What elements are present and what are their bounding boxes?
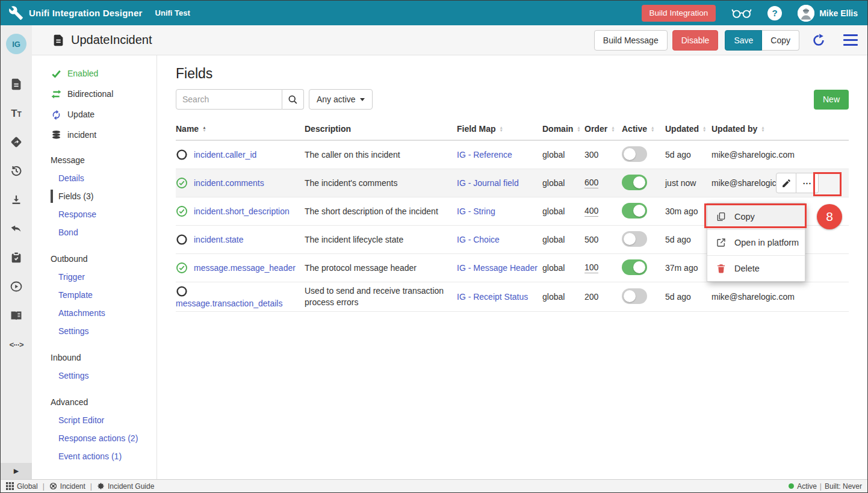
docs-icon[interactable] [9, 308, 23, 323]
field-name-link[interactable]: message.transaction_details [176, 299, 282, 308]
user-name[interactable]: Mike Ellis [819, 8, 858, 18]
field-map-link[interactable]: IG - Journal field [457, 178, 519, 188]
nav-item-fields-3-[interactable]: Fields (3) [32, 187, 157, 205]
field-map-link[interactable]: IG - String [457, 206, 495, 216]
inactive-state-icon [176, 149, 188, 161]
active-filter-dropdown[interactable]: Any active [309, 89, 373, 110]
column-header-active[interactable]: Active▲▼ [622, 124, 665, 134]
nav-item-response-actions-2-[interactable]: Response actions (2) [32, 429, 157, 447]
sort-icon: ▲▼ [500, 126, 503, 132]
column-header-domain[interactable]: Domain▲▼ [542, 124, 584, 134]
help-icon[interactable]: ? [767, 6, 782, 20]
search-input[interactable] [176, 89, 282, 110]
nav-item-script-editor[interactable]: Script Editor [32, 411, 157, 429]
column-label: Field Map [457, 124, 496, 134]
wrench-icon [8, 5, 23, 20]
build-message-button[interactable]: Build Message [594, 30, 668, 51]
section-title: Fields [176, 66, 849, 82]
field-domain: global [542, 292, 584, 302]
refresh-icon[interactable] [811, 33, 826, 48]
file-icon[interactable] [9, 77, 23, 91]
nav-item-details[interactable]: Details [32, 169, 157, 187]
disable-button[interactable]: Disable [672, 30, 719, 51]
name-cell: message.transaction_details [176, 285, 305, 308]
column-label: Domain [542, 124, 573, 134]
save-button[interactable]: Save [725, 30, 762, 51]
field-order[interactable]: 100 [584, 262, 598, 273]
sort-icon: ▲▼ [761, 126, 764, 132]
field-order[interactable]: 600 [584, 178, 598, 188]
nav-item-settings[interactable]: Settings [32, 367, 157, 385]
nav-item-response[interactable]: Response [32, 205, 157, 223]
history-icon[interactable] [9, 164, 23, 178]
scope-item-incident[interactable]: Incident [49, 482, 85, 491]
new-field-button[interactable]: New [814, 90, 849, 110]
field-order[interactable]: 400 [584, 206, 598, 217]
app-title: Unifi Integration Designer [29, 8, 143, 18]
toggle-knob [633, 205, 645, 217]
play-icon[interactable] [9, 279, 23, 294]
menu-icon[interactable] [843, 34, 858, 46]
menu-item-label: Open in platform [734, 238, 799, 247]
sidebar-expand-button[interactable]: ▶ [1, 463, 32, 479]
user-avatar[interactable] [798, 5, 814, 22]
nav-item-settings[interactable]: Settings [32, 322, 157, 340]
active-toggle[interactable] [622, 175, 647, 190]
code-icon[interactable]: <···> [9, 337, 23, 352]
menu-item-delete[interactable]: Delete [707, 255, 805, 281]
column-header-updated[interactable]: Updated▲▼ [665, 124, 711, 134]
active-toggle[interactable] [622, 146, 647, 162]
scope-item-incident-guide[interactable]: Incident Guide [97, 482, 154, 491]
field-description: The protocol message header [305, 262, 457, 274]
send-icon[interactable] [9, 135, 23, 149]
nav-item-template[interactable]: Template [32, 286, 157, 304]
scope-item-global[interactable]: Global [6, 482, 38, 491]
build-integration-button[interactable]: Build Integration [642, 5, 716, 22]
field-name-link[interactable]: message.message_header [194, 263, 296, 273]
document-icon [52, 34, 65, 47]
edit-button[interactable] [776, 173, 796, 193]
text-icon[interactable]: TT [9, 106, 23, 120]
active-status-icon [789, 483, 794, 489]
active-toggle[interactable] [622, 259, 647, 275]
nav-item-event-actions-1-[interactable]: Event actions (1) [32, 447, 157, 465]
field-name-link[interactable]: incident.state [194, 235, 244, 244]
nav-status-label: incident [67, 130, 96, 140]
column-header-name[interactable]: Name▲▼ [176, 124, 305, 134]
side-nav: EnabledBidirectionalUpdateincident Messa… [32, 55, 157, 479]
field-map-link[interactable]: IG - Message Header [457, 263, 538, 273]
column-header-order[interactable]: Order▲▼ [584, 124, 622, 134]
active-cell [622, 175, 665, 192]
copy-button[interactable]: Copy [762, 30, 799, 51]
active-toggle[interactable] [622, 231, 647, 247]
column-header-updated-by[interactable]: Updated by▲▼ [711, 124, 802, 134]
more-button[interactable]: ... [796, 173, 819, 193]
field-map-link[interactable]: IG - Choice [457, 235, 500, 244]
nav-section-message: MessageDetailsFields (3)ResponseBond [32, 151, 157, 241]
preview-glasses-icon[interactable] [731, 6, 752, 20]
active-toggle[interactable] [622, 203, 647, 219]
field-domain: global [542, 263, 584, 273]
field-name-link[interactable]: incident.comments [194, 178, 264, 188]
nav-item-trigger[interactable]: Trigger [32, 268, 157, 286]
field-map-link[interactable]: IG - Reference [457, 150, 512, 160]
reply-icon[interactable] [9, 222, 23, 236]
active-toggle[interactable] [622, 288, 647, 304]
field-name-link[interactable]: incident.short_description [194, 206, 290, 216]
nav-item-bond[interactable]: Bond [32, 223, 157, 241]
field-order-cell: 300 [584, 150, 622, 160]
menu-item-open-in-platform[interactable]: Open in platform [707, 229, 805, 255]
active-state-icon [176, 262, 188, 274]
name-cell: message.message_header [176, 262, 305, 274]
tasks-icon[interactable] [9, 250, 23, 265]
nav-item-attachments[interactable]: Attachments [32, 304, 157, 322]
field-map-link[interactable]: IG - Receipt Status [457, 292, 528, 302]
status-bar: Global|Incident|Incident Guide Active | … [1, 479, 867, 492]
field-name-link[interactable]: incident.caller_id [194, 150, 256, 160]
search-button[interactable] [282, 89, 304, 110]
nav-section-inbound: InboundSettings [32, 349, 157, 385]
menu-item-copy[interactable]: Copy [707, 203, 805, 229]
copy-icon [716, 211, 727, 222]
download-icon[interactable] [9, 193, 23, 207]
column-header-field-map[interactable]: Field Map▲▼ [457, 124, 542, 134]
